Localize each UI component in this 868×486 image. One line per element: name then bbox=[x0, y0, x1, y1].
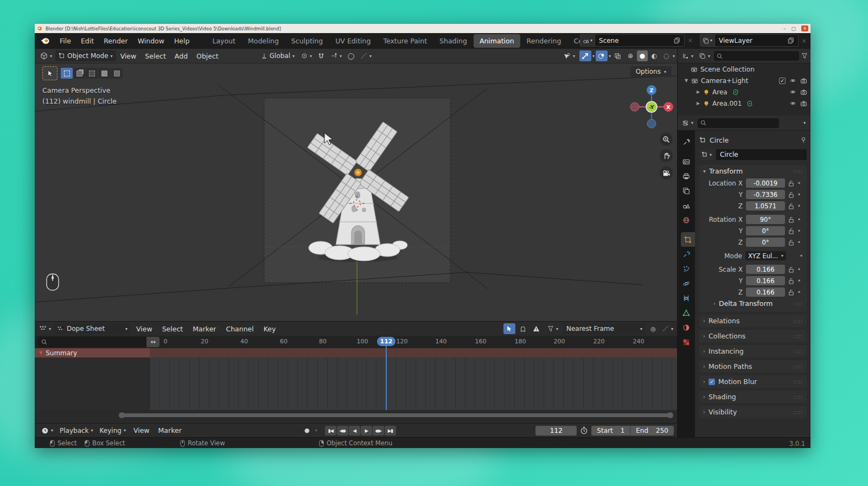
drag-handle-icon[interactable]: :::: bbox=[794, 168, 803, 174]
tab-particles-icon[interactable] bbox=[678, 261, 695, 276]
panel-shading[interactable]: ›Shading:::: bbox=[699, 391, 807, 403]
gizmos-toggle[interactable] bbox=[579, 50, 591, 61]
proportional-edit-keys-toggle[interactable]: ◎ bbox=[647, 323, 659, 334]
keying-set-dropdown[interactable]: ▾ bbox=[315, 428, 317, 433]
snap-settings-dropdown[interactable]: ▾ bbox=[327, 51, 345, 61]
snap-toggle[interactable] bbox=[315, 50, 327, 61]
outliner-display-mode-button[interactable]: ▾ bbox=[697, 52, 712, 60]
panel-motion-blur[interactable]: ›✓Motion Blur:::: bbox=[699, 375, 807, 388]
gizmo-negx-axis[interactable] bbox=[630, 103, 639, 111]
playhead-line[interactable] bbox=[386, 346, 387, 410]
tab-rendering[interactable]: Rendering bbox=[521, 34, 567, 48]
pin-icon[interactable] bbox=[800, 137, 807, 143]
tab-texture-icon[interactable] bbox=[678, 335, 695, 349]
jump-to-start-button[interactable]: ▮◀ bbox=[325, 426, 336, 436]
tab-constraints-icon[interactable] bbox=[678, 291, 695, 305]
overlays-toggle[interactable] bbox=[596, 50, 608, 61]
scene-name[interactable]: Scene bbox=[599, 37, 619, 44]
drag-handle-icon[interactable]: :::: bbox=[794, 318, 803, 324]
tab-object-data-icon[interactable] bbox=[678, 305, 695, 320]
drag-handle-icon[interactable]: :::: bbox=[794, 300, 803, 306]
transform-orientation-dropdown[interactable]: Global▾ bbox=[258, 50, 298, 61]
summary-channel-row[interactable]: ▼ Summary bbox=[35, 348, 677, 357]
minimize-button[interactable]: – bbox=[783, 26, 786, 31]
overlays-dropdown[interactable]: ▾ bbox=[609, 54, 611, 59]
drag-handle-icon[interactable]: :::: bbox=[794, 333, 803, 339]
current-frame-field[interactable]: 112 bbox=[535, 426, 577, 436]
scale-y-field[interactable]: 0.166 bbox=[746, 276, 785, 285]
panel-motion-paths[interactable]: ›Motion Paths:::: bbox=[699, 360, 807, 373]
tab-modeling[interactable]: Modeling bbox=[242, 34, 285, 48]
animate-dot-icon[interactable]: • bbox=[797, 277, 801, 285]
menu-window[interactable]: Window bbox=[133, 35, 169, 47]
location-x-field[interactable]: -0.0019 bbox=[746, 178, 785, 188]
mode-dropdown[interactable]: Object Mode ▾ bbox=[55, 50, 116, 61]
outliner-search-input[interactable] bbox=[714, 51, 799, 61]
jump-to-end-button[interactable]: ▶▮ bbox=[385, 426, 396, 436]
rotation-x-field[interactable]: 90° bbox=[746, 215, 785, 224]
drag-handle-icon[interactable]: :::: bbox=[794, 379, 803, 385]
playhead-frame-label[interactable]: 112 bbox=[377, 337, 395, 346]
outliner-row-area[interactable]: ▶ Area bbox=[678, 86, 810, 98]
navigation-gizmo[interactable]: Z X -Y bbox=[629, 83, 674, 131]
viewlayer-remove-icon[interactable]: × bbox=[802, 38, 806, 44]
play-reverse-button[interactable]: ◀ bbox=[349, 426, 360, 436]
drag-handle-icon[interactable]: :::: bbox=[794, 409, 803, 415]
viewport-3d[interactable]: Options▾ Camera Perspective (112) windmi… bbox=[35, 63, 677, 321]
close-button[interactable]: × bbox=[801, 25, 808, 31]
dope-menu-select[interactable]: Select bbox=[158, 323, 188, 335]
location-y-field[interactable]: -0.7336 bbox=[746, 190, 785, 199]
shading-solid-button[interactable]: ● bbox=[637, 50, 648, 61]
channel-search-input[interactable] bbox=[38, 337, 146, 347]
properties-options-dropdown[interactable]: ▾ bbox=[803, 120, 806, 125]
tab-view-layer-icon[interactable] bbox=[678, 183, 695, 198]
camera-render-icon[interactable] bbox=[800, 78, 807, 84]
play-button[interactable]: ▶ bbox=[361, 426, 372, 436]
select-mode-new-button[interactable] bbox=[61, 68, 73, 79]
expand-icon[interactable]: ▼ bbox=[684, 78, 688, 83]
expand-icon[interactable]: ▶ bbox=[696, 89, 700, 94]
scale-x-field[interactable]: 0.166 bbox=[746, 265, 785, 274]
tab-sculpting[interactable]: Sculpting bbox=[285, 34, 329, 48]
select-mode-intersect-button[interactable] bbox=[111, 68, 123, 79]
keyframe-area[interactable] bbox=[35, 357, 677, 410]
maximize-button[interactable]: ▢ bbox=[791, 26, 796, 31]
tab-output-icon[interactable] bbox=[678, 169, 695, 183]
lock-open-icon[interactable] bbox=[788, 203, 794, 209]
dope-sheet-scrollbar[interactable] bbox=[120, 413, 672, 417]
camera-render-icon[interactable] bbox=[800, 89, 807, 95]
keying-menu[interactable]: Keying▾ bbox=[97, 425, 129, 436]
use-preview-range-icon[interactable] bbox=[580, 426, 588, 434]
viewport-menu-add[interactable]: Add bbox=[170, 50, 192, 62]
dope-menu-key[interactable]: Key bbox=[259, 323, 280, 335]
viewlayer-name[interactable]: ViewLayer bbox=[719, 37, 752, 44]
panel-visibility[interactable]: ›Visibility:::: bbox=[699, 406, 807, 418]
panel-instancing[interactable]: ›Instancing:::: bbox=[699, 345, 807, 357]
tab-texture-paint[interactable]: Texture Paint bbox=[377, 34, 433, 48]
tab-physics-icon[interactable] bbox=[678, 276, 695, 291]
shading-rendered-button[interactable]: ◌ bbox=[661, 50, 672, 61]
tab-scene-icon[interactable] bbox=[678, 198, 695, 213]
lock-open-icon[interactable] bbox=[788, 180, 794, 187]
filter-dropdown[interactable]: ▾ bbox=[544, 324, 561, 334]
dope-menu-marker[interactable]: Marker bbox=[188, 323, 220, 335]
lock-open-icon[interactable] bbox=[788, 216, 794, 223]
outliner-row-scene-collection[interactable]: Scene Collection bbox=[678, 63, 810, 75]
tab-uv-editing[interactable]: UV Editing bbox=[329, 34, 376, 48]
proportional-editing-toggle[interactable]: ◯ bbox=[345, 50, 357, 61]
tab-world-icon[interactable] bbox=[678, 213, 695, 227]
breadcrumb-object-name[interactable]: Circle bbox=[710, 136, 729, 144]
select-box-tool-button[interactable] bbox=[42, 66, 58, 80]
motion-blur-checkbox[interactable]: ✓ bbox=[709, 379, 715, 385]
expand-icon[interactable]: ▶ bbox=[696, 101, 700, 106]
pivot-point-dropdown[interactable]: ▾ bbox=[298, 51, 315, 61]
eye-icon[interactable] bbox=[789, 100, 796, 106]
dope-menu-view[interactable]: View bbox=[132, 323, 157, 335]
playback-menu[interactable]: Playback▾ bbox=[56, 425, 97, 436]
lock-open-icon[interactable] bbox=[788, 239, 794, 246]
object-id-button[interactable]: ▾ bbox=[699, 149, 714, 160]
only-selected-toggle[interactable] bbox=[503, 323, 515, 334]
lock-open-icon[interactable] bbox=[788, 278, 794, 284]
timeline-menu-marker[interactable]: Marker bbox=[154, 425, 186, 436]
tab-modifiers-icon[interactable] bbox=[678, 247, 695, 261]
